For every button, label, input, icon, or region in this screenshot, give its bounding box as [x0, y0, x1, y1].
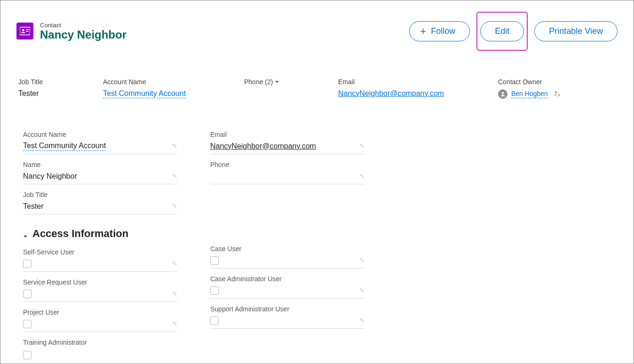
field-job-title-value: Tester [23, 202, 44, 211]
field-name-value: Nancy Neighbor [23, 172, 77, 181]
pencil-icon[interactable]: ✎ [172, 173, 177, 180]
field-training-admin: Training Administrator [23, 339, 177, 361]
section-title: Access Information [32, 228, 128, 240]
summary-job-title: Job Title Tester [18, 78, 84, 99]
svg-point-5 [555, 91, 557, 93]
page-header: Contact Nancy Neighbor + Follow Edit Pri… [16, 12, 618, 51]
field-name-label: Name [23, 161, 177, 168]
field-email-value[interactable]: NancyNeighbor@company.com [210, 142, 316, 150]
checkbox[interactable] [23, 351, 32, 359]
summary-owner-link[interactable]: Ben Hogben [511, 90, 548, 98]
field-phone-label: Phone [210, 161, 365, 168]
field-support-admin-user-label: Support Administrator User [210, 305, 365, 313]
pencil-icon[interactable]: ✎ [359, 317, 365, 324]
chevron-down-icon [275, 78, 279, 86]
summary-account-name-label: Account Name [103, 78, 225, 86]
field-support-admin-user: Support Administrator User ✎ [210, 305, 365, 329]
pencil-icon[interactable]: ✎ [172, 320, 177, 327]
summary-job-title-value: Tester [18, 89, 84, 98]
summary-owner: Contact Owner Ben Hogben [498, 78, 618, 99]
summary-account-name: Account Name Test Community Account [103, 78, 225, 99]
title-block: Contact Nancy Neighbor [40, 22, 127, 41]
summary-phone: Phone (2) [244, 78, 319, 99]
pencil-icon[interactable]: ✎ [359, 257, 365, 264]
field-email-label: Email [210, 131, 365, 138]
checkbox[interactable] [210, 286, 219, 295]
svg-rect-2 [26, 30, 29, 30]
pencil-icon[interactable]: ✎ [359, 173, 365, 180]
field-self-service-user: Self-Service User ✎ [23, 248, 177, 272]
checkbox[interactable] [210, 256, 219, 265]
edit-label: Edit [495, 26, 509, 36]
header-actions: + Follow Edit Printable View [409, 12, 618, 51]
details-left-col: Account Name Test Community Account ✎ Na… [23, 131, 177, 361]
section-access-information[interactable]: Access Information [22, 228, 177, 240]
svg-point-4 [502, 92, 504, 95]
field-service-request-user: Service Request User ✎ [23, 278, 177, 302]
change-owner-icon[interactable] [554, 90, 560, 98]
field-phone: Phone ✎ [210, 161, 365, 184]
details-right-col: Email NancyNeighbor@company.com ✎ Phone … [210, 131, 365, 361]
pencil-icon[interactable]: ✎ [172, 290, 177, 297]
field-account-name: Account Name Test Community Account ✎ [23, 131, 177, 154]
follow-button[interactable]: + Follow [409, 21, 470, 41]
field-service-request-user-label: Service Request User [23, 278, 177, 286]
follow-label: Follow [431, 26, 455, 36]
record-details: Account Name Test Community Account ✎ Na… [16, 131, 618, 361]
svg-point-1 [22, 29, 24, 32]
checkbox[interactable] [23, 320, 32, 328]
field-case-admin-user-label: Case Administrator User [210, 275, 365, 283]
pencil-icon[interactable]: ✎ [172, 203, 177, 210]
contact-icon [16, 23, 33, 40]
summary-email-label: Email [338, 78, 479, 86]
field-case-admin-user: Case Administrator User ✎ [210, 275, 365, 299]
contact-record-page: Contact Nancy Neighbor + Follow Edit Pri… [0, 0, 634, 364]
field-project-user: Project User ✎ [23, 309, 177, 332]
field-training-admin-label: Training Administrator [23, 339, 177, 346]
pencil-icon[interactable]: ✎ [359, 287, 365, 294]
compact-layout: Job Title Tester Account Name Test Commu… [16, 78, 618, 99]
summary-email: Email NancyNeighbor@company.com [338, 78, 479, 99]
field-self-service-user-label: Self-Service User [23, 248, 177, 256]
edit-highlight: Edit [476, 12, 528, 51]
svg-rect-3 [26, 31, 29, 32]
header-left: Contact Nancy Neighbor [16, 22, 127, 41]
checkbox[interactable] [23, 260, 32, 268]
pencil-icon[interactable]: ✎ [359, 142, 365, 150]
record-name: Nancy Neighbor [40, 29, 127, 41]
object-label: Contact [40, 22, 127, 29]
field-project-user-label: Project User [23, 309, 177, 316]
summary-job-title-label: Job Title [18, 78, 84, 86]
avatar-icon [498, 89, 507, 99]
field-name: Name Nancy Neighbor ✎ [23, 161, 177, 184]
summary-email-link[interactable]: NancyNeighbor@company.com [338, 89, 444, 97]
summary-owner-label: Contact Owner [498, 78, 618, 86]
pencil-icon[interactable]: ✎ [172, 142, 177, 150]
field-case-user-label: Case User [210, 245, 365, 253]
chevron-down-icon [22, 230, 29, 237]
checkbox[interactable] [210, 317, 219, 325]
edit-button[interactable]: Edit [480, 21, 524, 41]
field-job-title: Job Title Tester ✎ [23, 191, 177, 214]
checkbox[interactable] [23, 290, 32, 298]
summary-phone-label[interactable]: Phone (2) [244, 78, 319, 86]
field-account-name-label: Account Name [23, 131, 177, 138]
field-case-user: Case User ✎ [210, 245, 365, 269]
summary-phone-label-text: Phone (2) [244, 78, 273, 86]
field-job-title-label: Job Title [23, 191, 177, 198]
field-account-name-value[interactable]: Test Community Account [23, 142, 106, 151]
pencil-icon[interactable]: ✎ [172, 260, 177, 267]
printable-label: Printable View [549, 26, 603, 36]
printable-view-button[interactable]: Printable View [534, 21, 618, 41]
summary-account-name-link[interactable]: Test Community Account [103, 89, 186, 98]
field-email: Email NancyNeighbor@company.com ✎ [210, 131, 365, 154]
